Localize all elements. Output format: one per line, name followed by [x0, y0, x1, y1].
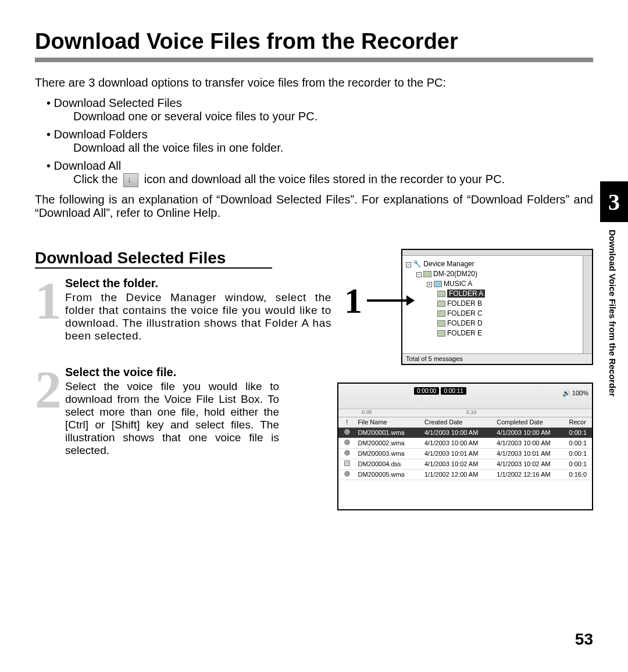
tree-root[interactable]: −🔧 Device Manager	[406, 259, 588, 269]
option-1-desc: Download one or several voice files to y…	[73, 110, 593, 123]
table-row[interactable]: DM200003.wma 4/1/2003 10:01 AM 4/1/2003 …	[338, 449, 592, 459]
option-2-name: • Download Folders	[47, 128, 593, 141]
file-list-screenshot: 0:00:00 0:00:11 🔊 100% 0.05 0.10 ! File …	[337, 383, 593, 510]
table-row[interactable]: DM200002.wma 4/1/2003 10:00 AM 4/1/2003 …	[338, 438, 592, 449]
tree-music[interactable]: +MUSIC A	[406, 279, 588, 289]
page-number: 53	[575, 630, 593, 649]
side-title: Download Voice Files from the Recorder	[608, 230, 618, 396]
status-bar: Total of 5 messages	[402, 353, 592, 364]
title-rule	[35, 58, 593, 62]
tree-folder-c[interactable]: FOLDER C	[406, 309, 588, 319]
table-row[interactable]: DM200001.wma 4/1/2003 10:00 AM 4/1/2003 …	[338, 428, 592, 438]
tree-device[interactable]: −DM-20(DM20)	[406, 269, 588, 279]
table-header: ! File Name Created Date Completed Date …	[338, 417, 592, 428]
step-2-body: Select the voice file you would like to …	[65, 380, 279, 457]
volume-label: 🔊 100%	[562, 389, 588, 397]
pointer-1: 1	[344, 280, 413, 321]
intro-text: There are 3 download options to transfer…	[35, 76, 593, 90]
scrollbar[interactable]	[583, 256, 592, 353]
tree-folder-b[interactable]: FOLDER B	[406, 299, 588, 309]
option-3-name: • Download All	[47, 159, 593, 173]
step-1: 1 Select the folder. From the Device Man…	[35, 277, 331, 342]
page-title: Download Voice Files from the Recorder	[35, 29, 593, 54]
table-row[interactable]: DM200005.wma 1/1/2002 12:00 AM 1/1/2002 …	[338, 470, 592, 480]
step-1-title: Select the folder.	[65, 277, 331, 290]
step-2: 2 Select the voice file. Select the voic…	[35, 366, 279, 457]
time-total: 0:00:11	[441, 387, 466, 395]
option-2-desc: Download all the voice files in one fold…	[73, 141, 593, 155]
explain-text: The following is an explanation of “Down…	[35, 193, 593, 220]
step-1-number: 1	[35, 280, 62, 322]
waveform-ruler: 0.05 0.10	[338, 409, 592, 417]
table-row[interactable]: DM200004.dss 4/1/2003 10:02 AM 4/1/2003 …	[338, 459, 592, 470]
tree-folder-d[interactable]: FOLDER D	[406, 319, 588, 328]
step-2-title: Select the voice file.	[65, 366, 279, 379]
option-1-name: • Download Selected Files	[47, 96, 593, 110]
step-1-body: From the Device Manager window, select t…	[65, 291, 331, 342]
chapter-tab: 3	[600, 181, 628, 222]
option-3-desc: Click the icon and download all the voic…	[73, 173, 593, 187]
tree-folder-e[interactable]: FOLDER E	[406, 328, 588, 338]
step-2-number: 2	[35, 369, 62, 411]
download-all-icon	[123, 173, 138, 187]
device-manager-screenshot: −🔧 Device Manager −DM-20(DM20) +MUSIC A …	[401, 249, 593, 365]
options-list: • Download Selected Files Download one o…	[47, 96, 593, 187]
subheading: Download Selected Files	[35, 249, 272, 269]
time-current: 0:00:00	[414, 387, 439, 395]
tree-folder-a[interactable]: FOLDER A	[406, 289, 588, 299]
